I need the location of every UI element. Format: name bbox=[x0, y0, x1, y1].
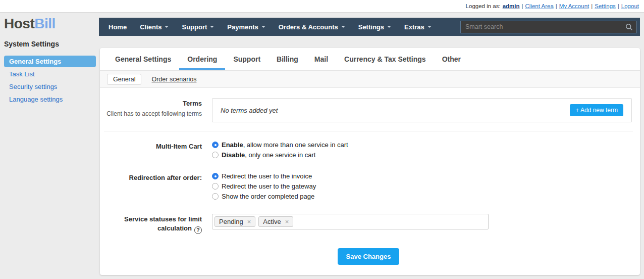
nav-item-label: Home bbox=[109, 23, 127, 31]
multi-item-cart-option-disable[interactable]: Disable, only one service in cart bbox=[212, 151, 633, 159]
nav-item-support[interactable]: Support bbox=[175, 18, 221, 36]
settings-tabbar: General Settings Ordering Support Billin… bbox=[100, 48, 640, 71]
sidebar-item-label: Task List bbox=[9, 70, 35, 78]
option-label-emphasis: Disable bbox=[222, 151, 245, 159]
nav-item-label: Clients bbox=[140, 23, 162, 31]
redirection-label: Redirection after order: bbox=[104, 173, 202, 182]
terms-control-col: No terms added yet + Add new term bbox=[212, 98, 633, 122]
tab-other[interactable]: Other bbox=[434, 48, 469, 70]
terms-label-col: Terms Client has to accept following ter… bbox=[104, 98, 202, 118]
spacer bbox=[104, 161, 633, 172]
tag-label: Active bbox=[263, 218, 281, 225]
save-button-wrap: Save Changes bbox=[104, 248, 633, 265]
redirection-option-gateway[interactable]: Redirect the user to the gateway bbox=[212, 182, 633, 190]
section-divider bbox=[104, 131, 633, 131]
chevron-down-icon bbox=[165, 26, 169, 28]
status-tag-pending: Pending × bbox=[214, 216, 255, 227]
sidebar-item-label: Security settings bbox=[9, 83, 57, 90]
tab-ordering[interactable]: Ordering bbox=[179, 48, 225, 70]
username-link[interactable]: admin bbox=[503, 3, 520, 9]
option-label-rest: , allow more than one service in cart bbox=[243, 141, 348, 149]
ordering-general-form: Terms Client has to accept following ter… bbox=[100, 88, 640, 275]
add-new-term-button[interactable]: + Add new term bbox=[570, 104, 623, 116]
remove-tag-icon[interactable]: × bbox=[247, 218, 251, 225]
option-label: Enable, allow more than one service in c… bbox=[222, 141, 348, 149]
nav-item-payments[interactable]: Payments bbox=[221, 18, 272, 36]
multi-item-cart-row: Multi-Item Cart Enable, allow more than … bbox=[104, 141, 633, 161]
smart-search-box[interactable] bbox=[460, 21, 637, 33]
radio-unchecked-icon[interactable] bbox=[212, 152, 219, 158]
service-statuses-multiselect[interactable]: Pending × Active × bbox=[212, 214, 489, 229]
nav-item-label: Payments bbox=[227, 23, 258, 31]
separator: | bbox=[522, 3, 523, 9]
option-label: Redirect the user to the invoice bbox=[222, 172, 312, 180]
radio-unchecked-icon[interactable] bbox=[212, 183, 219, 190]
save-changes-button[interactable]: Save Changes bbox=[338, 248, 400, 265]
search-icon bbox=[625, 23, 633, 31]
option-label: Disable, only one service in cart bbox=[222, 151, 315, 159]
separator: | bbox=[591, 3, 593, 9]
spacer bbox=[104, 203, 633, 214]
redirection-label-col: Redirection after order: bbox=[104, 172, 202, 182]
multi-item-cart-option-enable[interactable]: Enable, allow more than one service in c… bbox=[212, 141, 633, 149]
status-tag-active: Active × bbox=[258, 216, 293, 227]
page-title: System Settings bbox=[4, 40, 59, 48]
remove-tag-icon[interactable]: × bbox=[285, 218, 289, 225]
sidebar-item-label: General Settings bbox=[9, 58, 61, 65]
sidebar-item-language-settings[interactable]: Language settings bbox=[4, 94, 96, 105]
logout-link[interactable]: Logout bbox=[621, 3, 639, 9]
sidebar-item-security-settings[interactable]: Security settings bbox=[4, 81, 96, 92]
main-navbar: Home Clients Support Payments Orders & A… bbox=[99, 18, 640, 36]
nav-item-label: Orders & Accounts bbox=[279, 23, 338, 31]
nav-item-clients[interactable]: Clients bbox=[133, 18, 175, 36]
help-question-icon[interactable]: ? bbox=[194, 226, 202, 234]
nav-item-extras[interactable]: Extras bbox=[398, 18, 438, 36]
option-label: Redirect the user to the gateway bbox=[222, 182, 316, 190]
sidebar-item-label: Language settings bbox=[9, 96, 63, 103]
hostbill-logo[interactable]: HostBill bbox=[4, 16, 56, 32]
tab-support[interactable]: Support bbox=[225, 48, 269, 70]
nav-item-label: Support bbox=[182, 23, 207, 31]
terms-list-box: No terms added yet + Add new term bbox=[212, 98, 632, 122]
settings-link[interactable]: Settings bbox=[595, 3, 616, 9]
chevron-down-icon bbox=[341, 26, 345, 28]
nav-item-label: Settings bbox=[358, 23, 384, 31]
service-statuses-control-col: Pending × Active × bbox=[212, 214, 633, 229]
service-statuses-label-text: Service statuses for limit calculation bbox=[124, 215, 202, 232]
redirection-option-completed-page[interactable]: Show the order completed page bbox=[212, 193, 633, 200]
multi-item-cart-label-col: Multi-Item Cart bbox=[104, 141, 202, 151]
subtab-order-scenarios[interactable]: Order scenarios bbox=[151, 76, 196, 83]
nav-item-settings[interactable]: Settings bbox=[352, 18, 398, 36]
multi-item-cart-options: Enable, allow more than one service in c… bbox=[212, 141, 633, 161]
sidebar-item-task-list[interactable]: Task List bbox=[4, 68, 96, 80]
chevron-down-icon bbox=[210, 26, 214, 28]
multi-item-cart-label: Multi-Item Cart bbox=[104, 142, 202, 151]
tab-billing[interactable]: Billing bbox=[269, 48, 306, 70]
nav-item-home[interactable]: Home bbox=[102, 18, 133, 36]
settings-panel: General Settings Ordering Support Billin… bbox=[100, 48, 640, 275]
redirection-option-invoice[interactable]: Redirect the user to the invoice bbox=[212, 172, 633, 180]
sidebar-item-general-settings[interactable]: General Settings bbox=[4, 56, 96, 67]
option-label-rest: , only one service in cart bbox=[245, 151, 315, 159]
option-label-emphasis: Enable bbox=[222, 141, 243, 149]
terms-empty-message: No terms added yet bbox=[221, 107, 278, 114]
nav-item-orders-accounts[interactable]: Orders & Accounts bbox=[272, 18, 352, 36]
redirection-row: Redirection after order: Redirect the us… bbox=[104, 172, 633, 203]
client-area-link[interactable]: Client Area bbox=[525, 3, 554, 9]
option-label: Show the order completed page bbox=[222, 193, 314, 200]
subtab-general[interactable]: General bbox=[107, 74, 141, 85]
radio-unchecked-icon[interactable] bbox=[212, 193, 219, 200]
logged-in-label: Logged in as: bbox=[466, 3, 501, 9]
radio-checked-icon[interactable] bbox=[212, 142, 219, 148]
separator: | bbox=[618, 3, 619, 9]
search-input[interactable] bbox=[464, 23, 625, 31]
nav-item-label: Extras bbox=[404, 23, 424, 31]
tab-mail[interactable]: Mail bbox=[306, 48, 336, 70]
radio-checked-icon[interactable] bbox=[212, 173, 219, 179]
service-statuses-label-col: Service statuses for limit calculation? bbox=[104, 214, 202, 234]
settings-sidebar: General Settings Task List Security sett… bbox=[4, 56, 96, 106]
separator: | bbox=[556, 3, 557, 9]
tab-currency-tax-settings[interactable]: Currency & Tax Settings bbox=[336, 48, 434, 70]
tab-general-settings[interactable]: General Settings bbox=[107, 48, 179, 70]
my-account-link[interactable]: My Account bbox=[559, 3, 589, 9]
